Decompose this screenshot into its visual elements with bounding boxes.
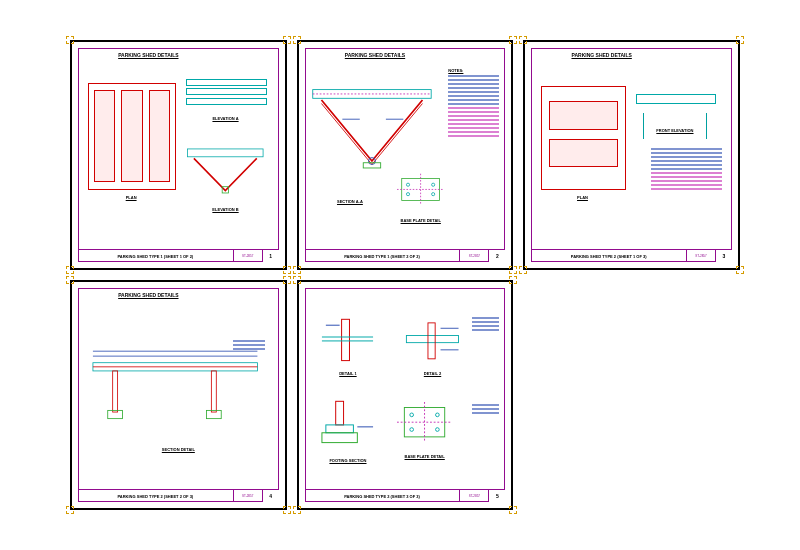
drawing-sheet-3[interactable]: PARKING SHED DETAILS PLAN FRONT ELEVATIO… (523, 40, 740, 270)
detail-2 (401, 308, 464, 372)
selection-handle[interactable] (283, 276, 291, 284)
title-block-id: ST-2857 (233, 490, 262, 502)
sheet-number: 5 (488, 490, 505, 502)
sheet-heading: PARKING SHED DETAILS (72, 292, 225, 298)
selection-handle[interactable] (736, 36, 744, 44)
svg-rect-27 (406, 335, 458, 342)
sheet-heading: PARKING SHED DETAILS (299, 52, 452, 58)
sheet-heading: PARKING SHED DETAILS (72, 52, 225, 58)
svg-rect-31 (336, 402, 344, 426)
sheet-heading: PARKING SHED DETAILS (525, 52, 678, 58)
view-label-elev-b: ELEVATION B (186, 207, 265, 212)
title-block: PARKING SHED TYPE 2 (SHEET 1 OF 3) ST-28… (531, 249, 732, 262)
empty-cell (523, 280, 740, 510)
drawing-area: SECTION A-A BASE PLATE DETAIL NOTES: (307, 60, 504, 248)
view-label-detail-1: DETAIL 1 (318, 371, 377, 376)
sheet-number: 3 (715, 250, 732, 262)
selection-handle[interactable] (293, 266, 301, 274)
title-block-id: ST-2857 (233, 250, 262, 262)
drawing-area: PLAN ELEVATION A ELEVATION B (80, 60, 277, 248)
view-label-baseplate: BASE PLATE DETAIL (397, 218, 444, 223)
view-label-front-elev: FRONT ELEVATION (636, 128, 715, 133)
selection-handle[interactable] (736, 266, 744, 274)
svg-rect-33 (322, 433, 357, 443)
svg-rect-28 (428, 322, 435, 358)
selection-handle[interactable] (293, 506, 301, 514)
svg-rect-23 (342, 319, 350, 360)
title-block: PARKING SHED TYPE 2 (SHEET 2 OF 3) ST-28… (78, 489, 279, 502)
svg-point-12 (432, 193, 435, 196)
notes-block (651, 146, 722, 192)
title-block-id: ST-2857 (686, 250, 715, 262)
footer-title: PARKING SHED TYPE 1 (SHEET 1 OF 2) (78, 254, 233, 259)
view-label-elev-a: ELEVATION A (186, 116, 265, 121)
selection-handle[interactable] (66, 266, 74, 274)
selection-handle[interactable] (293, 276, 301, 284)
drawing-area: PLAN FRONT ELEVATION (533, 60, 730, 248)
drawing-sheet-2[interactable]: PARKING SHED DETAILS SECTION A-A BASE PL… (297, 40, 514, 270)
sheet-number: 4 (262, 490, 279, 502)
drawing-area: SECTION DETAIL (80, 300, 277, 488)
selection-handle[interactable] (66, 506, 74, 514)
view-label-section-detail: SECTION DETAIL (80, 447, 277, 452)
selection-handle[interactable] (509, 506, 517, 514)
footer-title: PARKING SHED TYPE 2 (SHEET 3 OF 3) (305, 494, 460, 499)
selection-handle[interactable] (293, 36, 301, 44)
selection-handle[interactable] (509, 266, 517, 274)
title-block: PARKING SHED TYPE 2 (SHEET 3 OF 3) ST-28… (305, 489, 506, 502)
view-label-baseplate: BASE PLATE DETAIL (397, 454, 452, 459)
title-block-id: ST-2857 (459, 250, 488, 262)
svg-rect-5 (363, 162, 380, 167)
footer-title: PARKING SHED TYPE 1 (SHEET 2 OF 2) (305, 254, 460, 259)
selection-handle[interactable] (509, 36, 517, 44)
selection-handle[interactable] (66, 36, 74, 44)
view-label-plan: PLAN (88, 195, 175, 200)
detail-1 (318, 308, 377, 372)
title-block: PARKING SHED TYPE 1 (SHEET 2 OF 2) ST-28… (305, 249, 506, 262)
base-plate-detail (397, 394, 452, 450)
drawing-area: DETAIL 1 DETAIL 2 FOOTING SECTION BASE P… (307, 300, 504, 488)
svg-point-9 (407, 183, 410, 186)
elevation-b-truss (186, 139, 265, 203)
leader-notes (472, 315, 500, 333)
selection-handle[interactable] (283, 506, 291, 514)
svg-point-39 (436, 428, 440, 432)
notes-heading: NOTES: (448, 68, 499, 73)
sheet-number: 2 (488, 250, 505, 262)
drawing-sheet-1[interactable]: PARKING SHED DETAILS PLAN ELEVATION A EL… (70, 40, 287, 270)
svg-rect-0 (188, 149, 264, 157)
selection-handle[interactable] (283, 266, 291, 274)
selection-handle[interactable] (519, 266, 527, 274)
svg-point-37 (436, 413, 440, 417)
footer-title: PARKING SHED TYPE 2 (SHEET 1 OF 3) (531, 254, 686, 259)
footing-section (318, 390, 377, 454)
footer-title: PARKING SHED TYPE 2 (SHEET 2 OF 3) (78, 494, 233, 499)
cantilever-section (88, 315, 269, 447)
base-plate-detail (397, 165, 444, 214)
notes-block: NOTES: (448, 68, 499, 139)
svg-point-38 (410, 428, 414, 432)
leader-notes (472, 402, 500, 416)
sheet-grid: PARKING SHED DETAILS PLAN ELEVATION A EL… (0, 0, 800, 550)
view-label-detail-2: DETAIL 2 (401, 371, 464, 376)
svg-point-11 (407, 193, 410, 196)
selection-handle[interactable] (519, 36, 527, 44)
selection-handle[interactable] (66, 276, 74, 284)
view-label-plan: PLAN (541, 195, 624, 200)
title-block: PARKING SHED TYPE 1 (SHEET 1 OF 2) ST-28… (78, 249, 279, 262)
title-block-id: ST-2857 (459, 490, 488, 502)
svg-point-36 (410, 413, 414, 417)
selection-handle[interactable] (509, 276, 517, 284)
sheet-number: 1 (262, 250, 279, 262)
selection-handle[interactable] (283, 36, 291, 44)
svg-rect-32 (326, 425, 354, 433)
view-label-section: SECTION A-A (311, 199, 390, 204)
drawing-sheet-5[interactable]: DETAIL 1 DETAIL 2 FOOTING SECTION BASE P… (297, 280, 514, 510)
leader-notes (233, 338, 264, 352)
svg-rect-18 (211, 371, 216, 412)
svg-rect-17 (113, 371, 118, 412)
drawing-sheet-4[interactable]: PARKING SHED DETAILS SECTION DETAIL PARK… (70, 280, 287, 510)
view-label-footing: FOOTING SECTION (318, 458, 377, 463)
page-canvas: PARKING SHED DETAILS PLAN ELEVATION A EL… (0, 0, 800, 550)
svg-point-10 (432, 183, 435, 186)
